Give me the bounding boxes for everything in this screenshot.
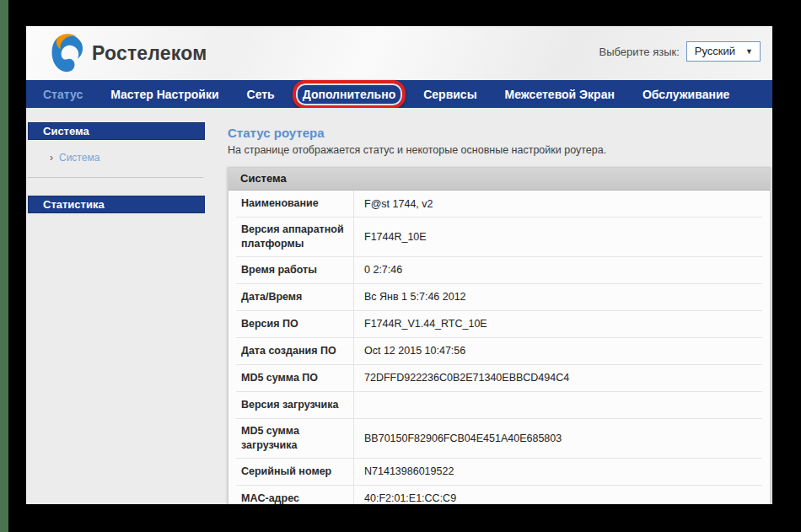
nav-tab-0[interactable]: Статус [43, 88, 83, 101]
row-label: Серийный номер [236, 459, 354, 485]
row-label: Дата создания ПО [236, 338, 354, 364]
table-row: Время работы0 2:7:46 [236, 257, 762, 284]
row-label: MD5 сумма загрузчика [236, 419, 354, 458]
table-row: Дата/ВремяВс Янв 1 5:7:46 2012 [236, 284, 762, 311]
row-value: 72DFFD922236C0B2E71340EBBCD494C4 [354, 365, 762, 391]
table-row: MD5 сумма ПО72DFFD922236C0B2E71340EBBCD4… [236, 365, 762, 392]
row-value: F1744R_V1.44_RTC_10E [354, 311, 762, 337]
table-row: Версия загрузчика [236, 392, 762, 419]
screenshot-canvas: Ростелеком Выберите язык: Русский ▼ Стат… [0, 0, 801, 532]
table-row: MAC-адрес40:F2:01:E1:CC:C9 [236, 486, 762, 505]
sidebar-link-label: Система [59, 152, 99, 164]
desktop-edge-strip [0, 0, 8, 532]
row-value: N71413986019522 [354, 459, 762, 485]
table-row: Версия ПОF1744R_V1.44_RTC_10E [236, 311, 762, 338]
page-header: Ростелеком Выберите язык: Русский ▼ [26, 26, 772, 80]
page-subtitle: На странице отображается статус и некото… [228, 144, 771, 156]
sidebar-link-система[interactable]: ›Система [50, 152, 99, 164]
arrow-bullet-icon: › [50, 152, 53, 164]
status-table-panel: Система НаименованиеF@st 1744, v2Версия … [228, 167, 771, 504]
table-row: НаименованиеF@st 1744, v2 [236, 191, 762, 218]
row-value [354, 392, 762, 418]
rostelecom-logo-icon [48, 33, 87, 73]
row-label: Дата/Время [236, 284, 354, 310]
sidebar-divider [28, 177, 203, 178]
sidebar-section-header-0: Система [28, 122, 205, 140]
language-select[interactable]: Русский ▼ [686, 41, 761, 62]
row-value: F@st 1744, v2 [354, 191, 762, 217]
content-area: Система›СистемаСтатистика Статус роутера… [26, 108, 772, 504]
nav-tab-2[interactable]: Сеть [247, 88, 275, 101]
sidebar-section-header-1: Статистика [28, 196, 205, 213]
sidebar-links: ›Система [26, 140, 213, 166]
dropdown-arrow-icon: ▼ [745, 47, 753, 56]
nav-tab-5[interactable]: Межсетевой Экран [505, 88, 615, 101]
table-row: Дата создания ПОOct 12 2015 10:47:56 [236, 338, 762, 365]
row-label: Версия аппаратной платформы [236, 218, 354, 256]
sidebar: Система›СистемаСтатистика [26, 108, 213, 504]
main-navigation: СтатусМастер НастройкиСетьДополнительноС… [26, 80, 772, 108]
router-admin-page: Ростелеком Выберите язык: Русский ▼ Стат… [26, 26, 772, 504]
nav-tab-1[interactable]: Мастер Настройки [110, 88, 218, 101]
row-value: Oct 12 2015 10:47:56 [354, 338, 762, 364]
rostelecom-logo: Ростелеком [48, 33, 207, 73]
row-value: BB70150F82906FCB04E451A40E685803 [354, 419, 762, 458]
annotation-ring [293, 80, 406, 109]
row-value: 40:F2:01:E1:CC:C9 [354, 486, 762, 505]
brand-name: Ростелеком [92, 42, 207, 65]
row-value: 0 2:7:46 [354, 257, 762, 283]
row-value: Вс Янв 1 5:7:46 2012 [354, 284, 762, 310]
status-table: НаименованиеF@st 1744, v2Версия аппаратн… [236, 191, 762, 504]
row-label: Версия ПО [236, 311, 354, 337]
nav-tab-3[interactable]: Дополнительно [303, 88, 395, 101]
language-label: Выберите язык: [599, 46, 679, 58]
row-label: Версия загрузчика [236, 392, 354, 418]
row-label: Время работы [236, 257, 354, 283]
row-value: F1744R_10E [354, 218, 762, 256]
main-panel: Статус роутера На странице отображается … [213, 108, 772, 504]
row-label: Наименование [236, 191, 354, 217]
row-label: MAC-адрес [236, 486, 354, 505]
page-title: Статус роутера [228, 126, 771, 140]
nav-tab-4[interactable]: Сервисы [423, 88, 476, 101]
language-selected-value: Русский [695, 45, 735, 57]
language-area: Выберите язык: Русский ▼ [599, 41, 761, 62]
table-row: Серийный номерN71413986019522 [236, 459, 762, 486]
table-row: MD5 сумма загрузчикаBB70150F82906FCB04E4… [236, 419, 762, 459]
table-section-header: Система [228, 168, 770, 191]
row-label: MD5 сумма ПО [236, 365, 354, 391]
nav-tab-6[interactable]: Обслуживание [642, 88, 729, 101]
table-row: Версия аппаратной платформыF1744R_10E [236, 218, 762, 257]
